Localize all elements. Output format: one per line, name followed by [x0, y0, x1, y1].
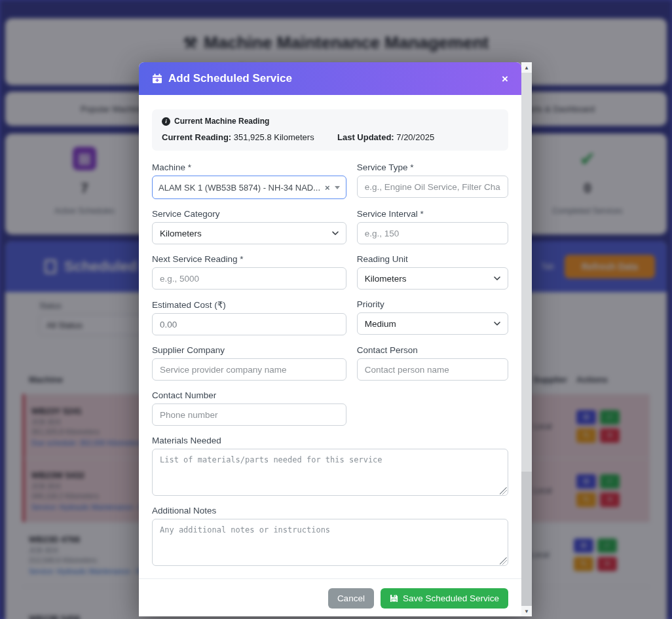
- materials-needed-field: Materials Needed: [152, 436, 508, 496]
- additional-notes-label: Additional Notes: [152, 506, 508, 516]
- modal-scrollbar[interactable]: ▲ ▼: [521, 62, 532, 616]
- priority-field: Priority Medium: [357, 299, 508, 335]
- contact-person-input[interactable]: [357, 358, 508, 381]
- service-type-input[interactable]: [357, 176, 508, 198]
- service-category-label: Service Category: [152, 209, 346, 219]
- service-type-field: Service Type *: [357, 162, 508, 199]
- chevron-down-icon: [335, 186, 340, 189]
- modal-body: i Current Machine Reading Current Readin…: [139, 95, 521, 576]
- machine-label: Machine *: [152, 162, 346, 172]
- scroll-up-icon[interactable]: ▲: [521, 62, 532, 73]
- machine-field: Machine * ALAM SK 1 (WB53B 5874) - NH-34…: [152, 162, 346, 199]
- contact-person-field: Contact Person: [357, 345, 508, 381]
- reading-unit-select[interactable]: Kilometers: [357, 267, 508, 290]
- materials-needed-label: Materials Needed: [152, 436, 508, 445]
- estimated-cost-input[interactable]: [152, 313, 346, 335]
- next-service-reading-input[interactable]: [152, 267, 346, 290]
- next-service-reading-label: Next Service Reading *: [152, 254, 346, 264]
- materials-needed-textarea[interactable]: [152, 449, 508, 496]
- info-icon: i: [162, 117, 170, 126]
- estimated-cost-field: Estimated Cost (₹): [152, 299, 346, 335]
- save-icon: [390, 594, 398, 603]
- additional-notes-field: Additional Notes: [152, 506, 508, 566]
- close-icon[interactable]: ×: [502, 73, 508, 84]
- contact-number-input[interactable]: [152, 403, 346, 426]
- service-interval-field: Service Interval *: [357, 209, 508, 244]
- contact-number-field: Contact Number: [152, 390, 346, 426]
- add-scheduled-service-modal: Add Scheduled Service × i Current Machin…: [139, 62, 532, 616]
- estimated-cost-label: Estimated Cost (₹): [152, 299, 346, 310]
- service-category-select[interactable]: Kilometers: [152, 222, 346, 244]
- priority-select[interactable]: Medium: [357, 312, 508, 335]
- reading-unit-label: Reading Unit: [357, 254, 508, 264]
- last-updated: Last Updated: 7/20/2025: [337, 132, 498, 142]
- clear-selection-icon[interactable]: ×: [325, 183, 330, 193]
- current-reading: Current Reading: 351,925.8 Kilometers: [162, 132, 337, 142]
- chevron-down-icon: [494, 320, 500, 327]
- scroll-down-icon[interactable]: ▼: [521, 606, 532, 616]
- scrollbar-thumb[interactable]: [521, 73, 532, 472]
- supplier-company-input[interactable]: [152, 358, 346, 381]
- priority-label: Priority: [357, 299, 508, 309]
- next-service-reading-field: Next Service Reading *: [152, 254, 346, 290]
- supplier-company-label: Supplier Company: [152, 345, 346, 355]
- additional-notes-textarea[interactable]: [152, 519, 508, 566]
- modal-title: Add Scheduled Service: [152, 72, 292, 85]
- service-type-label: Service Type *: [357, 162, 508, 172]
- machine-select[interactable]: ALAM SK 1 (WB53B 5874) - NH-34 NAD... ×: [152, 176, 346, 199]
- reading-unit-field: Reading Unit Kilometers: [357, 254, 508, 290]
- chevron-down-icon: [494, 275, 500, 282]
- chevron-down-icon: [332, 230, 339, 236]
- service-category-field: Service Category Kilometers: [152, 209, 346, 244]
- service-interval-input[interactable]: [357, 222, 508, 244]
- info-heading: Current Machine Reading: [174, 117, 269, 126]
- save-scheduled-service-button[interactable]: Save Scheduled Service: [381, 588, 508, 609]
- supplier-company-field: Supplier Company: [152, 345, 346, 381]
- current-machine-reading-box: i Current Machine Reading Current Readin…: [152, 109, 508, 151]
- contact-person-label: Contact Person: [357, 345, 508, 355]
- cancel-button[interactable]: Cancel: [328, 588, 374, 609]
- calendar-plus-icon: [152, 73, 162, 84]
- service-interval-label: Service Interval *: [357, 209, 508, 219]
- contact-number-label: Contact Number: [152, 390, 346, 400]
- modal-footer: Cancel Save Scheduled Service: [139, 578, 521, 616]
- modal-header: Add Scheduled Service ×: [139, 62, 521, 95]
